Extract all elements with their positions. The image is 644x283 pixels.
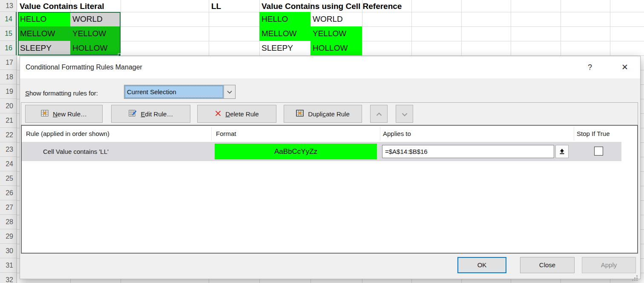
row-header-14[interactable]: 14 — [0, 12, 17, 26]
conditional-formatting-rules-manager-dialog: Conditional Formatting Rules Manager ? ✕… — [20, 56, 641, 279]
cell-F16[interactable]: HOLLOW — [310, 41, 362, 55]
row-header-24[interactable]: 24 — [0, 157, 17, 171]
row-header-30[interactable]: 30 — [0, 244, 17, 258]
cell-B16[interactable]: HOLLOW — [70, 41, 121, 55]
cell-B15[interactable]: YELLOW — [70, 26, 121, 41]
delete-x-icon — [215, 110, 221, 118]
new-rule-label: New Rule… — [53, 110, 87, 118]
column-divider — [211, 127, 212, 141]
edit-rule-button[interactable]: Edit Rule… — [111, 105, 190, 123]
delete-rule-label: Delete Rule — [225, 110, 259, 118]
dialog-titlebar: Conditional Formatting Rules Manager ? ✕ — [20, 56, 640, 78]
cell-F15[interactable]: YELLOW — [310, 26, 362, 41]
row-header-32[interactable]: 32 — [0, 273, 17, 283]
ok-button[interactable]: OK — [457, 257, 506, 273]
column-header-format: Format — [216, 126, 236, 142]
duplicate-rule-table-icon — [296, 110, 304, 118]
show-formatting-rules-label: Show formatting rules for: — [25, 90, 98, 97]
chevron-down-icon — [402, 110, 408, 118]
rules-toolbar: New Rule… Edit Rule… Delete Rule Duplica… — [21, 102, 638, 125]
show-rules-for-dropdown[interactable]: Current Selection — [124, 85, 236, 99]
dialog-title: Conditional Formatting Rules Manager — [26, 56, 142, 78]
collapse-dialog-icon[interactable] — [555, 145, 569, 158]
cell-E16[interactable]: SLEEPY — [259, 41, 310, 55]
edit-rule-label: Edit Rule… — [141, 110, 173, 118]
resize-grip-icon[interactable] — [636, 275, 638, 277]
row-header-31[interactable]: 31 — [0, 258, 17, 273]
row-header-25[interactable]: 25 — [0, 171, 17, 186]
new-rule-table-icon — [41, 110, 49, 118]
row-header-26[interactable]: 26 — [0, 186, 17, 200]
cell-E14[interactable]: HELLO — [259, 12, 310, 26]
duplicate-rule-label: Duplicate Rule — [308, 110, 350, 118]
edit-rule-pencil-icon — [129, 110, 137, 118]
row-header-23[interactable]: 23 — [0, 142, 17, 157]
help-icon[interactable]: ? — [581, 56, 598, 78]
move-rule-up-button[interactable] — [370, 105, 388, 123]
delete-rule-button[interactable]: Delete Rule — [197, 105, 276, 123]
row-header-17[interactable]: 17 — [0, 55, 17, 70]
row-header-13[interactable]: 13 — [0, 0, 17, 12]
cell-B14[interactable]: WORLD — [70, 12, 121, 26]
format-preview: AaBbCcYyZz — [215, 144, 377, 159]
row-header-18[interactable]: 18 — [0, 70, 17, 84]
row-header-19[interactable]: 19 — [0, 84, 17, 99]
excel-screen: Value Contains Literal LL Value Contains… — [0, 0, 644, 283]
row-header-20[interactable]: 20 — [0, 99, 17, 113]
cell-E15[interactable]: MELLOW — [259, 26, 310, 41]
row-header-16[interactable]: 16 — [0, 41, 17, 55]
rule-row[interactable]: Cell Value contains 'LL' AaBbCcYyZz — [22, 142, 621, 161]
row-header-27[interactable]: 27 — [0, 200, 17, 215]
column-header-stop-if-true: Stop If True — [577, 126, 610, 142]
row-header-28[interactable]: 28 — [0, 215, 17, 229]
header-value-contains-cell-reference: Value Contains using Cell Reference — [262, 0, 402, 12]
row-header-22[interactable]: 22 — [0, 128, 17, 142]
rule-description: Cell Value contains 'LL' — [43, 142, 109, 161]
header-value-contains-literal: Value Contains Literal — [20, 0, 104, 12]
cell-A14[interactable]: HELLO — [18, 12, 70, 26]
column-divider — [380, 127, 380, 141]
new-rule-button[interactable]: New Rule… — [25, 105, 103, 123]
stop-if-true-checkbox[interactable] — [594, 147, 603, 156]
cell-A15[interactable]: MELLOW — [18, 26, 70, 41]
apply-button: Apply — [582, 257, 636, 273]
close-button[interactable]: Close — [520, 257, 575, 273]
applies-to-input[interactable] — [382, 145, 554, 158]
header-criteria-ll: LL — [211, 0, 221, 12]
dropdown-selected-value: Current Selection — [124, 85, 224, 98]
chevron-up-icon — [376, 110, 382, 118]
row-header-21[interactable]: 21 — [0, 113, 17, 128]
row-header-column: 1314151617181920212223242526272829303132 — [0, 0, 17, 283]
column-header-applies-to: Applies to — [383, 126, 411, 142]
column-header-rule: Rule (applied in order shown) — [26, 126, 109, 142]
cell-A16[interactable]: SLEEPY — [18, 41, 70, 55]
rules-list: Rule (applied in order shown) Format App… — [21, 125, 638, 254]
column-divider — [574, 127, 574, 141]
row-header-29[interactable]: 29 — [0, 229, 17, 244]
close-icon[interactable]: ✕ — [615, 56, 635, 78]
chevron-down-icon[interactable] — [224, 85, 235, 98]
move-rule-down-button[interactable] — [396, 105, 413, 123]
row-header-15[interactable]: 15 — [0, 26, 17, 41]
duplicate-rule-button[interactable]: Duplicate Rule — [284, 105, 362, 123]
cell-F14[interactable]: WORLD — [310, 12, 362, 26]
